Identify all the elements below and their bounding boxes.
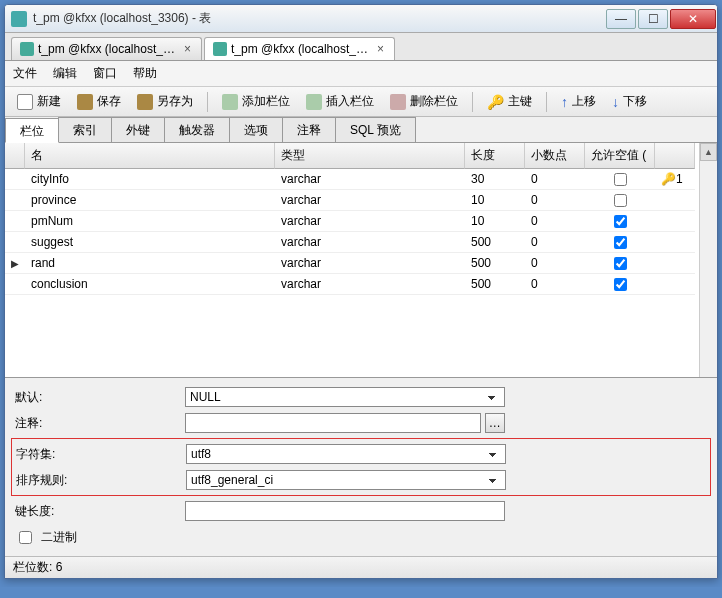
insert-column-icon xyxy=(306,94,322,110)
tab-foreignkeys[interactable]: 外键 xyxy=(111,117,165,142)
cell-type[interactable]: varchar xyxy=(275,211,465,232)
cell-name[interactable]: cityInfo xyxy=(25,169,275,190)
cell-key[interactable] xyxy=(655,232,695,253)
close-button[interactable]: ✕ xyxy=(670,9,716,29)
cell-nullable[interactable] xyxy=(585,190,655,211)
cell-key[interactable] xyxy=(655,274,695,295)
cell-name[interactable]: province xyxy=(25,190,275,211)
tab-indexes[interactable]: 索引 xyxy=(58,117,112,142)
col-name-header[interactable]: 名 xyxy=(25,143,275,169)
cell-type[interactable]: varchar xyxy=(275,253,465,274)
row-marker[interactable] xyxy=(5,211,25,232)
cell-decimals[interactable]: 0 xyxy=(525,253,585,274)
nullable-checkbox[interactable] xyxy=(614,194,627,207)
default-select[interactable]: NULL xyxy=(185,387,505,407)
key-icon: 🔑 xyxy=(661,172,676,186)
tab-comment[interactable]: 注释 xyxy=(282,117,336,142)
move-down-button[interactable]: ↓下移 xyxy=(606,91,653,112)
saveas-button[interactable]: 另存为 xyxy=(131,91,199,112)
cell-type[interactable]: varchar xyxy=(275,274,465,295)
cell-decimals[interactable]: 0 xyxy=(525,274,585,295)
arrow-up-icon: ↑ xyxy=(561,94,568,110)
document-tabbar: t_pm @kfxx (localhost_3... × t_pm @kfxx … xyxy=(5,33,717,61)
cell-key[interactable] xyxy=(655,211,695,232)
cell-name[interactable]: pmNum xyxy=(25,211,275,232)
document-tab[interactable]: t_pm @kfxx (localhost_3... × xyxy=(11,37,202,60)
charset-select[interactable]: utf8 xyxy=(186,444,506,464)
row-marker[interactable] xyxy=(5,232,25,253)
tab-close-icon[interactable]: × xyxy=(182,42,193,56)
cell-name[interactable]: rand xyxy=(25,253,275,274)
cell-nullable[interactable] xyxy=(585,169,655,190)
cell-length[interactable]: 500 xyxy=(465,232,525,253)
collation-select[interactable]: utf8_general_ci xyxy=(186,470,506,490)
cell-key[interactable] xyxy=(655,190,695,211)
col-length-header[interactable]: 长度 xyxy=(465,143,525,169)
menu-window[interactable]: 窗口 xyxy=(93,65,117,82)
key-icon: 🔑 xyxy=(487,94,504,110)
scroll-up-icon[interactable]: ▲ xyxy=(700,143,717,161)
cell-decimals[interactable]: 0 xyxy=(525,190,585,211)
add-column-button[interactable]: 添加栏位 xyxy=(216,91,296,112)
tab-label: t_pm @kfxx (localhost_3... xyxy=(231,42,371,56)
col-nullable-header[interactable]: 允许空值 ( xyxy=(585,143,655,169)
window-title: t_pm @kfxx (localhost_3306) - 表 xyxy=(33,10,605,27)
tab-close-icon[interactable]: × xyxy=(375,42,386,56)
keylength-input[interactable] xyxy=(185,501,505,521)
cell-nullable[interactable] xyxy=(585,211,655,232)
row-marker[interactable] xyxy=(5,169,25,190)
vertical-scrollbar[interactable]: ▲ xyxy=(699,143,717,377)
keylength-label: 键长度: xyxy=(15,503,185,520)
menu-help[interactable]: 帮助 xyxy=(133,65,157,82)
tab-columns[interactable]: 栏位 xyxy=(5,118,59,143)
cell-nullable[interactable] xyxy=(585,232,655,253)
tab-sql-preview[interactable]: SQL 预览 xyxy=(335,117,416,142)
cell-type[interactable]: varchar xyxy=(275,232,465,253)
nullable-checkbox[interactable] xyxy=(614,236,627,249)
insert-column-button[interactable]: 插入栏位 xyxy=(300,91,380,112)
col-key-header[interactable] xyxy=(655,143,695,169)
minimize-button[interactable]: — xyxy=(606,9,636,29)
col-decimals-header[interactable]: 小数点 xyxy=(525,143,585,169)
row-marker[interactable] xyxy=(5,190,25,211)
delete-column-button[interactable]: 删除栏位 xyxy=(384,91,464,112)
new-button[interactable]: 新建 xyxy=(11,91,67,112)
cell-length[interactable]: 30 xyxy=(465,169,525,190)
cell-nullable[interactable] xyxy=(585,274,655,295)
tab-options[interactable]: 选项 xyxy=(229,117,283,142)
menu-edit[interactable]: 编辑 xyxy=(53,65,77,82)
cell-length[interactable]: 10 xyxy=(465,211,525,232)
move-up-button[interactable]: ↑上移 xyxy=(555,91,602,112)
cell-nullable[interactable] xyxy=(585,253,655,274)
cell-key[interactable]: 🔑1 xyxy=(655,169,695,190)
nullable-checkbox[interactable] xyxy=(614,215,627,228)
cell-type[interactable]: varchar xyxy=(275,190,465,211)
charset-label: 字符集: xyxy=(16,446,186,463)
nullable-checkbox[interactable] xyxy=(614,278,627,291)
cell-type[interactable]: varchar xyxy=(275,169,465,190)
cell-length[interactable]: 10 xyxy=(465,190,525,211)
titlebar[interactable]: t_pm @kfxx (localhost_3306) - 表 — ☐ ✕ xyxy=(5,5,717,33)
cell-length[interactable]: 500 xyxy=(465,253,525,274)
maximize-button[interactable]: ☐ xyxy=(638,9,668,29)
comment-input[interactable] xyxy=(185,413,481,433)
binary-checkbox[interactable] xyxy=(19,531,32,544)
tab-triggers[interactable]: 触发器 xyxy=(164,117,230,142)
menu-file[interactable]: 文件 xyxy=(13,65,37,82)
save-button[interactable]: 保存 xyxy=(71,91,127,112)
cell-decimals[interactable]: 0 xyxy=(525,232,585,253)
row-marker[interactable] xyxy=(5,274,25,295)
cell-length[interactable]: 500 xyxy=(465,274,525,295)
col-type-header[interactable]: 类型 xyxy=(275,143,465,169)
row-marker[interactable]: ▶ xyxy=(5,253,25,274)
comment-expand-button[interactable]: … xyxy=(485,413,505,433)
primary-key-button[interactable]: 🔑主键 xyxy=(481,91,538,112)
cell-key[interactable] xyxy=(655,253,695,274)
cell-decimals[interactable]: 0 xyxy=(525,211,585,232)
cell-name[interactable]: conclusion xyxy=(25,274,275,295)
nullable-checkbox[interactable] xyxy=(614,257,627,270)
nullable-checkbox[interactable] xyxy=(614,173,627,186)
cell-name[interactable]: suggest xyxy=(25,232,275,253)
document-tab-active[interactable]: t_pm @kfxx (localhost_3... × xyxy=(204,37,395,60)
cell-decimals[interactable]: 0 xyxy=(525,169,585,190)
